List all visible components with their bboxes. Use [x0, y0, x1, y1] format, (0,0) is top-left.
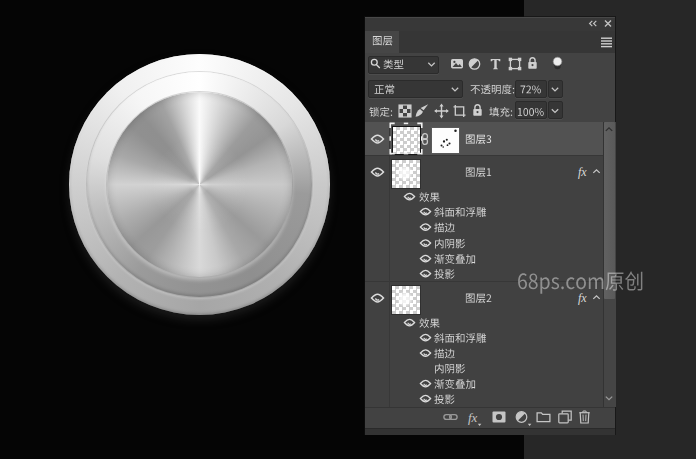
svg-text:fx: fx — [468, 410, 478, 425]
svg-text:fx: fx — [578, 165, 587, 179]
svg-text:fx: fx — [578, 291, 587, 305]
